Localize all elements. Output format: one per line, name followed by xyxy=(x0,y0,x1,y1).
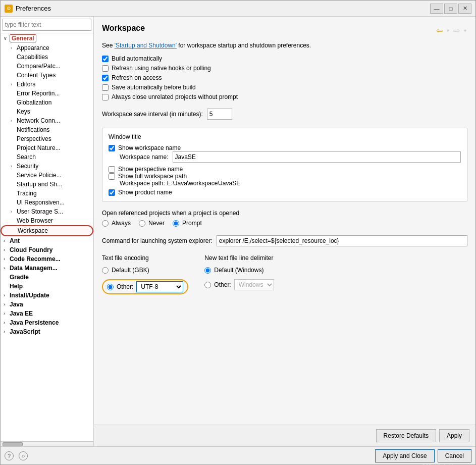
show-product-checkbox[interactable] xyxy=(109,189,115,196)
maximize-button[interactable]: □ xyxy=(444,4,457,14)
tree-item-code-recomm[interactable]: › Code Recomme... xyxy=(1,254,93,264)
refresh-access-label[interactable]: Refresh on access xyxy=(112,74,162,81)
tree-item-general[interactable]: ∨ General xyxy=(1,33,93,43)
expand-arrow: › xyxy=(11,164,16,169)
build-auto-checkbox[interactable] xyxy=(102,56,109,62)
tree-item-service-policies[interactable]: Service Policie... xyxy=(1,171,93,180)
show-workspace-checkbox[interactable] xyxy=(109,145,115,151)
prompt-label[interactable]: Prompt xyxy=(182,220,202,227)
checkbox-refresh-native: Refresh using native hooks or polling xyxy=(102,65,467,72)
show-full-path-label[interactable]: Show full workspace path xyxy=(118,173,187,180)
command-input[interactable] xyxy=(217,235,467,246)
tree-item-project-nature[interactable]: Project Nature... xyxy=(1,143,93,152)
tree-item-data-mgmt[interactable]: › Data Managem... xyxy=(1,264,93,273)
encoding-other-label[interactable]: Other: xyxy=(117,283,133,290)
save-auto-label[interactable]: Save automatically before build xyxy=(112,84,196,91)
restore-defaults-button[interactable]: Restore Defaults xyxy=(376,429,436,442)
show-product-label[interactable]: Show product name xyxy=(118,189,172,196)
tree-label: General xyxy=(10,34,36,42)
tree-item-ant[interactable]: › Ant xyxy=(1,236,93,245)
tree-item-network[interactable]: › Network Conn... xyxy=(1,116,93,125)
always-radio[interactable] xyxy=(102,220,109,227)
save-interval-row: Workspace save interval (in minutes): xyxy=(102,109,467,120)
left-panel: ∨ General › Appearance Capabilities Comp… xyxy=(1,17,94,446)
tree-item-error-reporting[interactable]: Error Reportin... xyxy=(1,89,93,98)
refresh-native-label[interactable]: Refresh using native hooks or polling xyxy=(112,65,211,72)
tree-item-tracing[interactable]: Tracing xyxy=(1,189,93,198)
startup-link[interactable]: 'Startup and Shutdown' xyxy=(115,42,177,49)
tree-item-globalization[interactable]: Globalization xyxy=(1,98,93,107)
nav-forward-dropdown[interactable]: ▾ xyxy=(463,27,467,34)
tree-label: Project Nature... xyxy=(17,144,61,151)
tree-item-compare[interactable]: Compare/Patc... xyxy=(1,62,93,71)
tree-item-cloud-foundry[interactable]: › Cloud Foundry xyxy=(1,245,93,254)
tree-item-java-persistence[interactable]: › Java Persistence xyxy=(1,318,93,327)
tree-item-notifications[interactable]: Notifications xyxy=(1,125,93,134)
delimiter-default-radio[interactable] xyxy=(204,267,211,274)
tree-item-help[interactable]: Help xyxy=(1,282,93,291)
close-button[interactable]: ✕ xyxy=(458,4,471,14)
tree-label: Capabilities xyxy=(17,54,48,61)
delimiter-select[interactable]: Windows Unix Mac xyxy=(234,279,274,290)
encoding-default-radio[interactable] xyxy=(102,267,109,274)
scroll-thumb[interactable] xyxy=(3,442,23,446)
always-close-label[interactable]: Always close unrelated projects without … xyxy=(112,93,238,100)
refresh-native-checkbox[interactable] xyxy=(102,65,109,72)
encoding-select[interactable]: UTF-8 UTF-16 ISO-8859-1 GBK xyxy=(136,281,183,292)
tree-item-install-update[interactable]: › Install/Update xyxy=(1,291,93,300)
prompt-radio[interactable] xyxy=(173,220,179,227)
info-icon[interactable]: ○ xyxy=(19,451,28,460)
cancel-button[interactable]: Cancel xyxy=(438,449,471,462)
tree-item-appearance[interactable]: › Appearance xyxy=(1,43,93,53)
preferences-window: ⚙ Preferences — □ ✕ ∨ General › Appear xyxy=(0,0,476,465)
save-auto-checkbox[interactable] xyxy=(102,84,109,91)
tree-item-javascript[interactable]: › JavaScript xyxy=(1,327,93,336)
delimiter-default-label[interactable]: Default (Windows) xyxy=(214,267,263,274)
title-bar: ⚙ Preferences — □ ✕ xyxy=(1,1,475,17)
always-close-checkbox[interactable] xyxy=(102,94,109,100)
apply-button[interactable]: Apply xyxy=(439,429,469,442)
encoding-other-radio[interactable] xyxy=(107,284,114,290)
tree-item-editors[interactable]: › Editors xyxy=(1,80,93,89)
delimiter-other-radio[interactable] xyxy=(204,282,211,288)
apply-close-button[interactable]: Apply and Close xyxy=(375,449,434,462)
tree-item-web-browser[interactable]: Web Browser xyxy=(1,216,93,225)
tree-item-startup[interactable]: Startup and Sh... xyxy=(1,180,93,189)
nav-forward-button[interactable]: ⇨ xyxy=(451,25,462,36)
refresh-access-checkbox[interactable] xyxy=(102,75,109,81)
help-icon[interactable]: ? xyxy=(5,451,14,460)
tree-label: Ant xyxy=(10,237,20,244)
tree-item-keys[interactable]: Keys xyxy=(1,107,93,116)
tree-item-java[interactable]: › Java xyxy=(1,300,93,309)
tree-item-content-types[interactable]: Content Types xyxy=(1,71,93,80)
tree-item-security[interactable]: › Security xyxy=(1,162,93,171)
show-full-path-checkbox[interactable] xyxy=(109,173,115,180)
tree-item-perspectives[interactable]: Perspectives xyxy=(1,134,93,143)
footer-left: ? ○ xyxy=(5,451,28,460)
minimize-button[interactable]: — xyxy=(430,4,443,14)
nav-back-dropdown[interactable]: ▾ xyxy=(446,27,450,34)
delimiter-other-label[interactable]: Other: xyxy=(214,281,231,288)
tree-label: Service Policie... xyxy=(17,172,62,179)
nav-back-button[interactable]: ⇦ xyxy=(434,25,445,36)
tree-label: Appearance xyxy=(17,44,49,51)
tree-item-workspace[interactable]: Workspace xyxy=(1,225,93,236)
text-encoding-group: Text file encoding Default (GBK) Other: … xyxy=(102,254,188,294)
workspace-name-input[interactable] xyxy=(173,151,461,163)
show-perspective-label[interactable]: Show perspective name xyxy=(118,166,183,173)
show-workspace-label[interactable]: Show workspace name xyxy=(118,144,181,151)
search-input[interactable] xyxy=(3,19,91,31)
tree-item-user-storage[interactable]: › User Storage S... xyxy=(1,207,93,216)
tree-item-ui-responsive[interactable]: UI Responsiven... xyxy=(1,198,93,207)
tree-item-capabilities[interactable]: Capabilities xyxy=(1,53,93,62)
always-label[interactable]: Always xyxy=(112,220,131,227)
tree-item-gradle[interactable]: Gradle xyxy=(1,273,93,282)
never-label[interactable]: Never xyxy=(148,220,165,227)
never-radio[interactable] xyxy=(139,220,145,227)
show-perspective-checkbox[interactable] xyxy=(109,166,115,173)
encoding-default-label[interactable]: Default (GBK) xyxy=(112,267,149,274)
tree-item-search[interactable]: Search xyxy=(1,152,93,162)
tree-item-java-ee[interactable]: › Java EE xyxy=(1,309,93,318)
save-interval-input[interactable] xyxy=(207,109,232,120)
build-auto-label[interactable]: Build automatically xyxy=(112,55,162,62)
